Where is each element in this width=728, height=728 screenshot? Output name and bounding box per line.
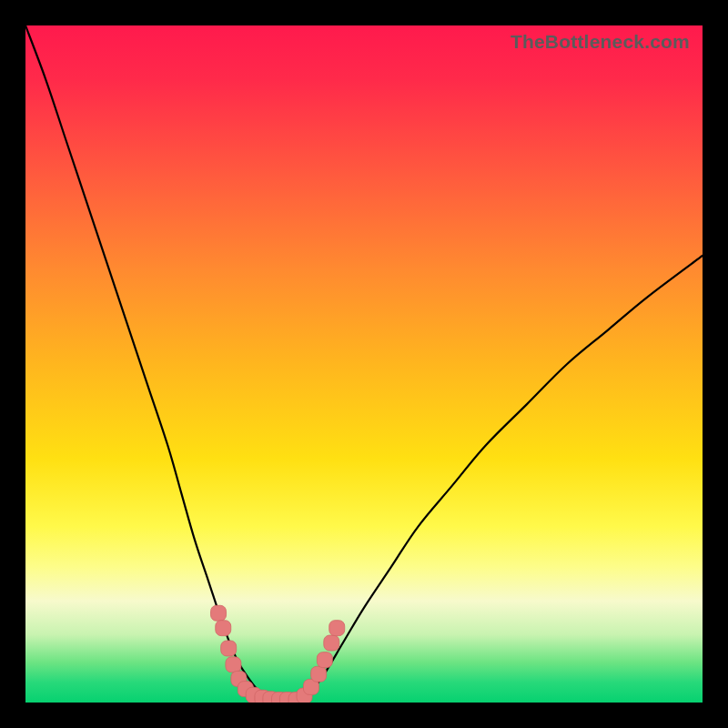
data-marker xyxy=(211,605,227,621)
data-marker xyxy=(317,652,332,668)
left-curve xyxy=(25,25,297,700)
data-marker xyxy=(329,621,345,636)
data-marker xyxy=(324,635,339,651)
curves-svg xyxy=(25,25,703,703)
data-marker xyxy=(226,657,241,672)
chart-frame: TheBottleneck.com xyxy=(0,0,728,728)
data-marker xyxy=(216,621,231,636)
watermark-text: TheBottleneck.com xyxy=(511,31,690,53)
data-marker xyxy=(221,641,237,656)
right-curve xyxy=(297,256,703,700)
marker-group xyxy=(211,605,345,703)
data-marker xyxy=(311,666,327,682)
plot-area: TheBottleneck.com xyxy=(25,25,703,703)
